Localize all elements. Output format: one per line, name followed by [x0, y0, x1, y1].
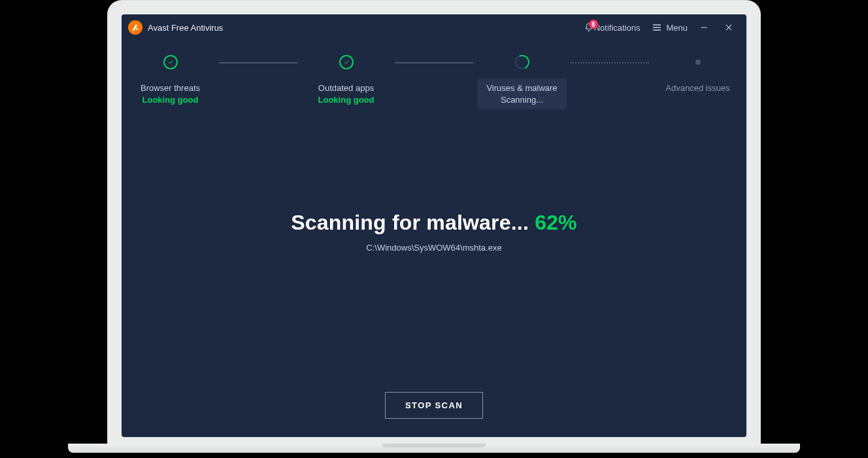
app-window: Avast Free Antivirus 8 Notifications Men…: [122, 14, 746, 437]
hamburger-icon: [652, 22, 662, 33]
close-button[interactable]: [720, 19, 737, 36]
step-connector: [571, 62, 649, 63]
menu-button[interactable]: Menu: [652, 22, 688, 33]
menu-label: Menu: [666, 23, 688, 33]
stop-scan-button[interactable]: STOP SCAN: [385, 392, 483, 419]
notifications-badge: 8: [589, 20, 598, 29]
pending-dot-icon: [695, 60, 701, 65]
step-viruses-malware: Viruses & malware Scanning...: [473, 55, 571, 109]
step-connector: [395, 62, 473, 63]
scan-current-path: C:\Windows\SysWOW64\mshta.exe: [122, 243, 746, 253]
laptop-base: [68, 444, 800, 453]
step-advanced-issues: Advanced issues: [649, 55, 746, 98]
step-outdated-apps: Outdated apps Looking good: [297, 55, 395, 109]
minimize-icon: [699, 23, 709, 32]
notifications-button[interactable]: 8 Notifications: [584, 22, 641, 33]
scan-status: Scanning for malware... 62% C:\Windows\S…: [122, 211, 746, 253]
scan-headline: Scanning for malware... 62%: [122, 211, 746, 235]
step-status: Looking good: [318, 94, 375, 106]
check-circle-icon: [163, 55, 178, 69]
step-status: Looking good: [141, 94, 200, 106]
step-browser-threats: Browser threats Looking good: [122, 55, 219, 109]
step-label: Viruses & malware: [486, 82, 557, 94]
svg-point-0: [137, 28, 139, 30]
laptop-mockup: Avast Free Antivirus 8 Notifications Men…: [107, 0, 761, 458]
step-label: Advanced issues: [665, 82, 729, 94]
progress-circle-icon: [515, 55, 529, 69]
step-status: Scanning...: [486, 94, 557, 106]
step-connector: [219, 62, 297, 63]
avast-logo-icon: [128, 20, 142, 35]
scan-steps: Browser threats Looking good Outdated ap…: [122, 55, 746, 109]
notifications-label: Notifications: [594, 23, 641, 33]
step-label: Outdated apps: [318, 82, 375, 94]
scan-headline-text: Scanning for malware...: [291, 211, 535, 234]
laptop-bezel: Avast Free Antivirus 8 Notifications Men…: [107, 0, 761, 445]
scan-percent: 62%: [535, 211, 577, 234]
minimize-button[interactable]: [695, 19, 712, 36]
app-title: Avast Free Antivirus: [148, 23, 223, 33]
title-bar: Avast Free Antivirus 8 Notifications Men…: [122, 14, 746, 41]
check-circle-icon: [339, 55, 354, 69]
close-icon: [724, 23, 733, 32]
step-label: Browser threats: [141, 82, 200, 94]
